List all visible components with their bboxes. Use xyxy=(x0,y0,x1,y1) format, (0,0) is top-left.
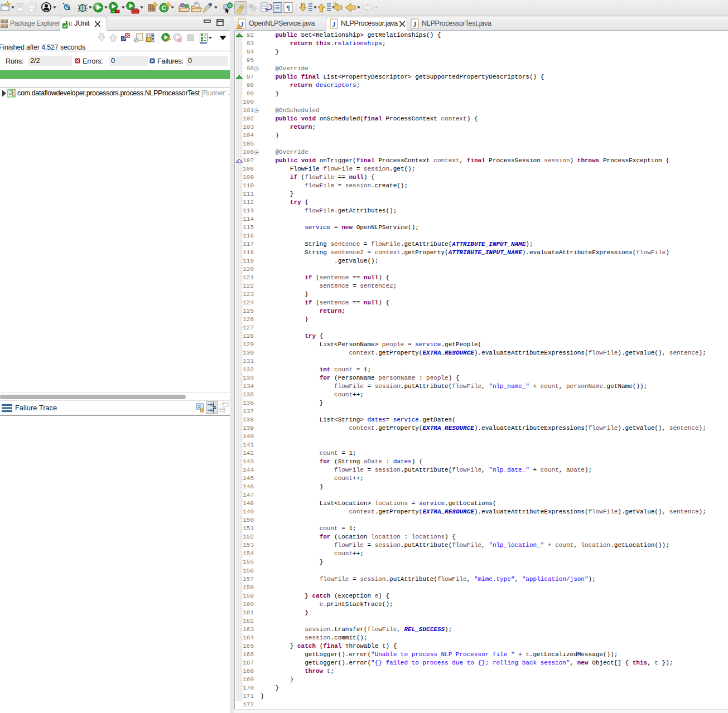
svg-text:!: ! xyxy=(238,25,239,29)
svg-text:U: U xyxy=(68,21,73,27)
svg-text:C: C xyxy=(228,3,232,8)
svg-text:J: J xyxy=(332,21,336,28)
svg-text:C: C xyxy=(162,4,166,11)
svg-text:¶: ¶ xyxy=(286,3,290,12)
svg-text:J: J xyxy=(240,21,244,28)
svg-text:J: J xyxy=(413,21,417,28)
